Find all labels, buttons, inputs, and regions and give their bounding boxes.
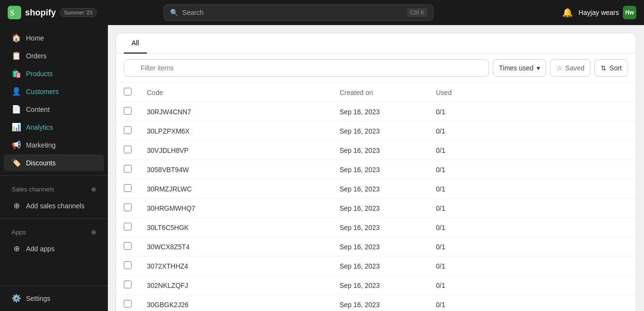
sidebar-item-marketing[interactable]: 📢 Marketing: [4, 136, 104, 153]
code-link[interactable]: 302NKLZQFJ: [147, 282, 188, 289]
row-code[interactable]: 302NKLZQFJ: [139, 276, 332, 295]
user-info: Hayjay wears Hw: [578, 6, 636, 19]
table-row: 30WCX8Z5T4 Sep 16, 2023 0/1: [116, 237, 636, 257]
notification-bell-icon[interactable]: 🔔: [562, 7, 573, 18]
row-checkbox-cell[interactable]: [116, 257, 139, 276]
row-used: 0/1: [428, 257, 636, 276]
row-checkbox[interactable]: [124, 242, 131, 250]
tab-all[interactable]: All: [124, 33, 147, 54]
row-created-on: Sep 16, 2023: [332, 295, 428, 311]
sidebar-item-products[interactable]: 🛍️ Products: [4, 65, 104, 82]
sidebar-label-home: Home: [26, 34, 44, 42]
row-checkbox-cell[interactable]: [116, 295, 139, 311]
sidebar: 🏠 Home 📋 Orders 🛍️ Products 👤 Customers …: [0, 25, 108, 311]
sidebar-label-analytics: Analytics: [26, 123, 53, 131]
code-link[interactable]: 30LT6C5HGK: [147, 224, 189, 231]
times-used-chevron-icon: ▾: [537, 64, 540, 72]
row-checkbox[interactable]: [124, 184, 131, 192]
sidebar-label-add-apps: Add apps: [26, 245, 54, 253]
code-link[interactable]: 3072XTHHZ4: [147, 262, 188, 270]
sidebar-item-customers[interactable]: 👤 Customers: [4, 83, 104, 100]
code-link[interactable]: 30LPZPXM6X: [147, 127, 190, 135]
row-code[interactable]: 30LT6C5HGK: [139, 218, 332, 237]
code-link[interactable]: 30RMZJRLWC: [147, 185, 192, 193]
filter-wrapper: 🔍: [124, 59, 489, 77]
row-code[interactable]: 3072XTHHZ4: [139, 257, 332, 276]
row-checkbox[interactable]: [124, 165, 131, 173]
times-used-button[interactable]: Times used ▾: [493, 59, 546, 77]
row-checkbox-cell[interactable]: [116, 122, 139, 141]
row-code[interactable]: 30WCX8Z5T4: [139, 237, 332, 257]
row-code[interactable]: 3058VBT94W: [139, 160, 332, 179]
row-checkbox[interactable]: [124, 281, 131, 288]
select-all-checkbox[interactable]: [124, 88, 131, 95]
row-checkbox[interactable]: [124, 146, 131, 153]
filter-input[interactable]: [124, 59, 489, 77]
row-code[interactable]: 30GBGK2J26: [139, 295, 332, 311]
row-checkbox[interactable]: [124, 261, 131, 269]
sidebar-label-discounts: Discounts: [26, 159, 55, 167]
row-used: 0/1: [428, 179, 636, 199]
row-used: 0/1: [428, 237, 636, 257]
sidebar-item-orders[interactable]: 📋 Orders: [4, 47, 104, 64]
row-checkbox[interactable]: [124, 203, 131, 211]
content-area: All 🔍 Times used ▾ ☆ Saved ⇅ Sort: [108, 25, 644, 311]
search-bar[interactable]: 🔍 Search Ctrl K: [164, 4, 434, 21]
row-created-on: Sep 16, 2023: [332, 141, 428, 160]
sidebar-item-settings[interactable]: ⚙️ Settings: [4, 290, 104, 307]
row-code[interactable]: 30LPZPXM6X: [139, 122, 332, 141]
row-checkbox-cell[interactable]: [116, 276, 139, 295]
sidebar-item-content[interactable]: 📄 Content: [4, 101, 104, 118]
row-checkbox-cell[interactable]: [116, 160, 139, 179]
sidebar-divider-2: [0, 218, 108, 219]
row-checkbox-cell[interactable]: [116, 141, 139, 160]
row-checkbox-cell[interactable]: [116, 199, 139, 218]
row-code[interactable]: 30RMZJRLWC: [139, 179, 332, 199]
table-row: 3072XTHHZ4 Sep 16, 2023 0/1: [116, 257, 636, 276]
code-link[interactable]: 30HRGMWHQ7: [147, 204, 195, 212]
row-checkbox-cell[interactable]: [116, 237, 139, 257]
table-row: 30HRGMWHQ7 Sep 16, 2023 0/1: [116, 199, 636, 218]
add-apps-icon: ⊕: [12, 244, 21, 253]
row-checkbox-cell[interactable]: [116, 218, 139, 237]
row-code[interactable]: 30RJW4CNN7: [139, 102, 332, 122]
select-all-header[interactable]: [116, 83, 139, 102]
table-row: 30LT6C5HGK Sep 16, 2023 0/1: [116, 218, 636, 237]
row-code[interactable]: 30HRGMWHQ7: [139, 199, 332, 218]
row-checkbox[interactable]: [124, 300, 131, 308]
code-link[interactable]: 30WCX8Z5T4: [147, 243, 190, 251]
row-checkbox-cell[interactable]: [116, 102, 139, 122]
sidebar-item-add-sales-channels[interactable]: ⊕ Add sales channels: [4, 197, 104, 214]
code-link[interactable]: 3058VBT94W: [147, 166, 189, 174]
saved-button[interactable]: ☆ Saved: [550, 59, 591, 77]
table-row: 30RMZJRLWC Sep 16, 2023 0/1: [116, 179, 636, 199]
sales-channels-expand-icon[interactable]: ⊕: [91, 186, 96, 193]
sort-button[interactable]: ⇅ Sort: [594, 59, 628, 77]
analytics-icon: 📊: [12, 122, 21, 132]
row-code[interactable]: 30VJDLH8VP: [139, 141, 332, 160]
sidebar-item-analytics[interactable]: 📊 Analytics: [4, 119, 104, 135]
table-row: 30LPZPXM6X Sep 16, 2023 0/1: [116, 122, 636, 141]
row-checkbox[interactable]: [124, 223, 131, 230]
main-layout: 🏠 Home 📋 Orders 🛍️ Products 👤 Customers …: [0, 25, 644, 311]
row-checkbox-cell[interactable]: [116, 179, 139, 199]
sidebar-item-add-apps[interactable]: ⊕ Add apps: [4, 240, 104, 257]
row-checkbox[interactable]: [124, 107, 131, 115]
apps-expand-icon[interactable]: ⊕: [91, 229, 96, 236]
code-link[interactable]: 30GBGK2J26: [147, 301, 188, 309]
topbar-right: 🔔 Hayjay wears Hw: [562, 6, 636, 19]
sidebar-divider-1: [0, 176, 108, 176]
row-used: 0/1: [428, 218, 636, 237]
table-row: 302NKLZQFJ Sep 16, 2023 0/1: [116, 276, 636, 295]
sidebar-item-home[interactable]: 🏠 Home: [4, 29, 104, 46]
search-placeholder-text: Search: [182, 9, 203, 16]
times-used-label: Times used: [499, 64, 534, 72]
sidebar-item-discounts[interactable]: 🏷️ Discounts: [4, 154, 104, 171]
code-link[interactable]: 30RJW4CNN7: [147, 108, 191, 116]
avatar[interactable]: Hw: [623, 6, 636, 19]
sort-icon: ⇅: [601, 64, 606, 72]
table-head: Code Created on Used: [116, 83, 636, 102]
row-checkbox[interactable]: [124, 126, 131, 134]
code-link[interactable]: 30VJDLH8VP: [147, 147, 188, 154]
table-row: 30RJW4CNN7 Sep 16, 2023 0/1: [116, 102, 636, 122]
